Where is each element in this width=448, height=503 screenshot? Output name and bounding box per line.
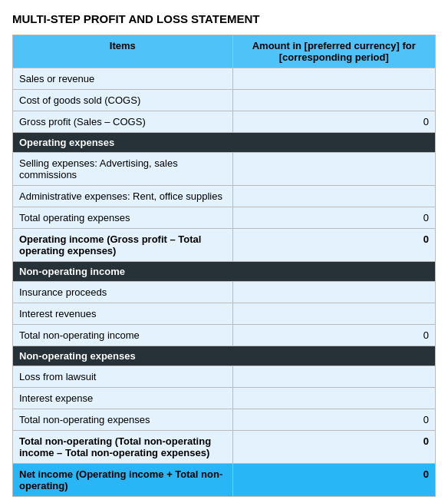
- row-value: [232, 366, 435, 388]
- table-row: Operating expenses: [13, 133, 436, 153]
- row-label: Total non-operating expenses: [13, 409, 233, 431]
- row-value: 0: [232, 207, 435, 229]
- section-header-label: Non-operating income: [13, 262, 436, 282]
- row-value: [232, 186, 435, 207]
- row-value: [232, 153, 435, 186]
- table-row: Net income (Operating income + Total non…: [13, 464, 436, 497]
- row-label: Selling expenses: Advertising, sales com…: [13, 153, 233, 186]
- row-label: Total non-operating (Total non-operating…: [13, 431, 233, 464]
- profit-loss-table: Items Amount in [preferred currency] for…: [12, 35, 436, 497]
- net-income-value: 0: [232, 464, 435, 497]
- row-value: 0: [232, 325, 435, 346]
- table-row: Sales or revenue: [13, 68, 436, 90]
- row-label: Operating income (Gross profit – Total o…: [13, 229, 233, 262]
- section-header-label: Operating expenses: [13, 133, 436, 153]
- table-row: Non-operating income: [13, 262, 436, 282]
- row-label: Administrative expenses: Rent, office su…: [13, 186, 233, 207]
- table-row: Gross profit (Sales – COGS)0: [13, 111, 436, 133]
- table-row: Total operating expenses0: [13, 207, 436, 229]
- table-row: Insurance proceeds: [13, 282, 436, 303]
- row-label: Gross profit (Sales – COGS): [13, 111, 233, 133]
- table-row: Interest expense: [13, 388, 436, 409]
- section-header-label: Non-operating expenses: [13, 346, 436, 366]
- table-row: Selling expenses: Advertising, sales com…: [13, 153, 436, 186]
- table-row: Total non-operating expenses0: [13, 409, 436, 431]
- table-row: Loss from lawsuit: [13, 366, 436, 388]
- row-value: [232, 282, 435, 303]
- net-income-label: Net income (Operating income + Total non…: [13, 464, 233, 497]
- table-row: Non-operating expenses: [13, 346, 436, 366]
- table-row: Administrative expenses: Rent, office su…: [13, 186, 436, 207]
- row-label: Insurance proceeds: [13, 282, 233, 303]
- row-label: Cost of goods sold (COGS): [13, 90, 233, 111]
- table-row: Cost of goods sold (COGS): [13, 90, 436, 111]
- page-title: MULTI-STEP PROFIT AND LOSS STATEMENT: [12, 12, 436, 25]
- row-value: [232, 90, 435, 111]
- row-value: 0: [232, 229, 435, 262]
- row-value: 0: [232, 111, 435, 133]
- row-label: Total operating expenses: [13, 207, 233, 229]
- row-label: Sales or revenue: [13, 68, 233, 90]
- row-label: Interest revenues: [13, 303, 233, 325]
- header-items: Items: [13, 35, 233, 68]
- row-label: Interest expense: [13, 388, 233, 409]
- table-row: Total non-operating (Total non-operating…: [13, 431, 436, 464]
- row-value: [232, 68, 435, 90]
- row-label: Loss from lawsuit: [13, 366, 233, 388]
- table-row: Operating income (Gross profit – Total o…: [13, 229, 436, 262]
- table-row: Total non-operating income0: [13, 325, 436, 346]
- header-amount: Amount in [preferred currency] for [corr…: [232, 35, 435, 68]
- row-value: [232, 388, 435, 409]
- table-header-row: Items Amount in [preferred currency] for…: [13, 35, 436, 68]
- row-value: [232, 303, 435, 325]
- table-row: Interest revenues: [13, 303, 436, 325]
- row-label: Total non-operating income: [13, 325, 233, 346]
- row-value: 0: [232, 431, 435, 464]
- row-value: 0: [232, 409, 435, 431]
